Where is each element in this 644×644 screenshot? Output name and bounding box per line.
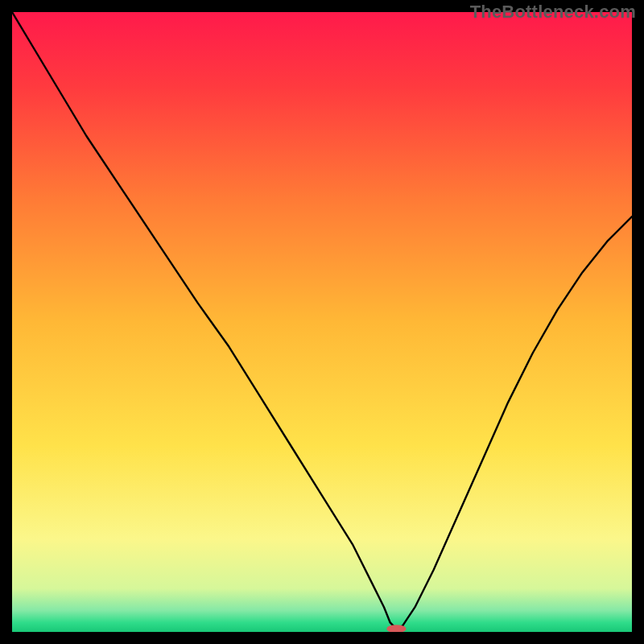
plot-area — [12, 12, 632, 632]
watermark-label: TheBottleneck.com — [470, 2, 636, 23]
gradient-background — [12, 12, 632, 632]
chart-frame: TheBottleneck.com — [0, 0, 644, 644]
bottleneck-plot-svg — [12, 12, 632, 632]
